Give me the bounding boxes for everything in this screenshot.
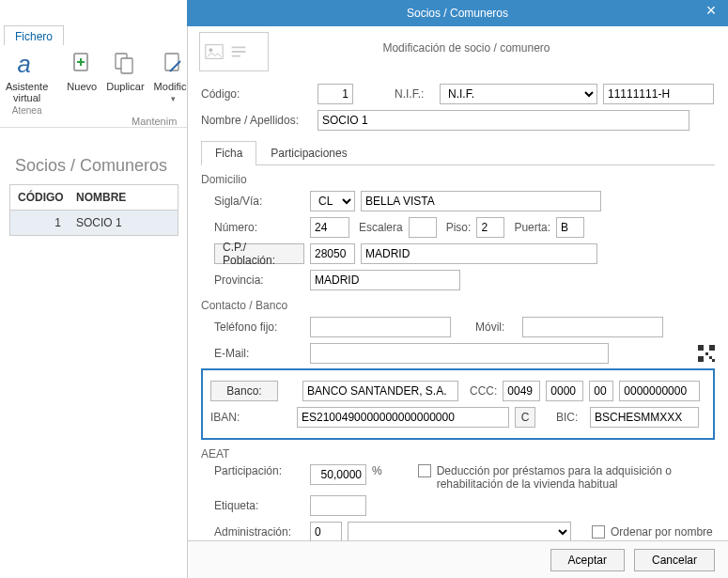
codigo-label: Código: — [201, 87, 312, 101]
section-domicilio: Domicilio — [201, 173, 715, 186]
piso-input[interactable] — [476, 217, 504, 238]
piso-label: Piso: — [446, 221, 472, 234]
section-aeat: AEAT — [201, 447, 715, 461]
administracion-label: Administración: — [214, 525, 304, 539]
grid-cell-nombre: SOCIO 1 — [69, 211, 178, 235]
cancelar-button[interactable]: Cancelar — [634, 549, 715, 571]
tab-ficha[interactable]: Ficha — [201, 141, 256, 165]
administracion-select[interactable] — [348, 522, 571, 542]
qr-icon[interactable] — [698, 345, 715, 362]
poblacion-input[interactable] — [361, 243, 597, 264]
document-plus-icon — [67, 49, 97, 79]
lines-icon — [228, 41, 249, 62]
modal-footer: Aceptar Cancelar — [188, 540, 728, 578]
movil-label: Móvil: — [475, 320, 517, 334]
escalera-input[interactable] — [409, 217, 437, 238]
provincia-input[interactable] — [310, 270, 460, 290]
ribbon-group-label: Mantenim — [132, 116, 177, 127]
modal-body: Modificación de socio / comunero Código:… — [187, 26, 728, 578]
svg-rect-4 — [165, 54, 178, 70]
puerta-label: Puerta: — [514, 221, 550, 234]
cp-input[interactable] — [310, 243, 355, 264]
provincia-label: Provincia: — [214, 273, 304, 287]
banco-input[interactable] — [302, 381, 458, 401]
document-edit-icon — [158, 49, 188, 79]
email-input[interactable] — [310, 343, 609, 364]
modal-subtitle: Modificación de socio / comunero — [282, 41, 717, 55]
page-title: Socios / Comuneros — [15, 156, 167, 176]
tabs: Ficha Participaciones — [201, 141, 715, 165]
sigla-label: Sigla/Vía: — [214, 195, 304, 208]
alpha-icon: a — [12, 49, 42, 79]
ribbon-asistente-label: Asistente virtual — [6, 81, 48, 103]
banco-panel: Banco: CCC: IBAN: C BIC: — [201, 368, 715, 440]
grid-row[interactable]: 1 SOCIO 1 — [9, 211, 178, 236]
etiqueta-input[interactable] — [310, 495, 366, 516]
telefono-label: Teléfono fijo: — [214, 320, 304, 334]
ribbon-duplicar[interactable]: Duplicar — [106, 49, 144, 92]
close-icon[interactable]: × — [702, 2, 720, 19]
grid-cell-codigo: 1 — [10, 211, 69, 235]
nombre-label: Nombre / Apellidos: — [201, 114, 312, 127]
bic-label: BIC: — [556, 411, 584, 424]
nif-input[interactable] — [603, 84, 714, 104]
ordenar-checkbox[interactable] — [592, 525, 605, 539]
numero-input[interactable] — [310, 217, 349, 238]
telefono-input[interactable] — [310, 317, 451, 337]
percent-label: % — [372, 464, 382, 477]
image-placeholder[interactable] — [199, 32, 269, 71]
deduccion-label: Deducción por préstamos para la adquisic… — [437, 464, 715, 491]
cp-poblacion-button[interactable]: C.P./ Población: — [214, 243, 304, 264]
svg-rect-3 — [121, 58, 132, 73]
ccc2-input[interactable] — [546, 381, 583, 401]
ribbon-nuevo[interactable]: Nuevo — [67, 49, 97, 92]
duplicate-icon — [110, 49, 140, 79]
numero-label: Número: — [214, 221, 304, 234]
ccc1-input[interactable] — [503, 381, 540, 401]
picture-icon — [204, 41, 225, 62]
administracion-code-input[interactable] — [310, 522, 342, 542]
nif-label: N.I.F.: — [395, 87, 434, 101]
ccc4-input[interactable] — [619, 381, 700, 401]
iban-label: IBAN: — [210, 411, 291, 424]
deduccion-checkbox[interactable] — [418, 464, 431, 477]
iban-input[interactable] — [297, 407, 509, 428]
tab-participaciones[interactable]: Participaciones — [256, 141, 361, 165]
via-input[interactable] — [361, 191, 601, 211]
nombre-input[interactable] — [318, 110, 689, 131]
bic-input[interactable] — [590, 407, 699, 428]
iban-calc-button[interactable]: C — [515, 407, 535, 428]
participacion-input[interactable] — [310, 464, 366, 485]
grid-col-nombre[interactable]: NOMBRE — [69, 185, 178, 210]
escalera-label: Escalera — [359, 221, 403, 234]
grid-header[interactable]: CÓDIGO NOMBRE — [9, 184, 178, 211]
svg-text:a: a — [17, 51, 30, 77]
puerta-input[interactable] — [556, 217, 584, 238]
banco-button[interactable]: Banco: — [210, 381, 278, 401]
nif-type-select[interactable]: N.I.F. — [440, 84, 597, 104]
modal-title: Socios / Comuneros — [407, 7, 508, 20]
sigla-select[interactable]: CL — [310, 191, 355, 211]
participacion-label: Participación: — [214, 464, 304, 477]
ribbon-atenea-label: Atenea — [12, 105, 42, 116]
movil-input[interactable] — [522, 317, 663, 337]
email-label: E-Mail: — [214, 347, 304, 360]
codigo-input[interactable] — [318, 84, 353, 104]
ordenar-label: Ordenar por nombre — [611, 525, 713, 539]
ribbon-duplicar-label: Duplicar — [106, 81, 144, 92]
grid: CÓDIGO NOMBRE 1 SOCIO 1 — [9, 184, 178, 236]
modal-titlebar: Socios / Comuneros × — [187, 0, 728, 26]
ccc3-input[interactable] — [589, 381, 613, 401]
etiqueta-label: Etiqueta: — [214, 499, 304, 512]
ribbon-tab-fichero[interactable]: Fichero — [4, 25, 64, 46]
ribbon-nuevo-label: Nuevo — [67, 81, 97, 92]
ribbon-asistente[interactable]: a Asistente virtual Atenea — [6, 49, 48, 116]
grid-col-codigo[interactable]: CÓDIGO — [10, 185, 69, 210]
section-contacto: Contacto / Banco — [201, 299, 715, 312]
ccc-label: CCC: — [470, 384, 497, 398]
aceptar-button[interactable]: Aceptar — [550, 549, 625, 571]
svg-point-6 — [209, 48, 213, 52]
